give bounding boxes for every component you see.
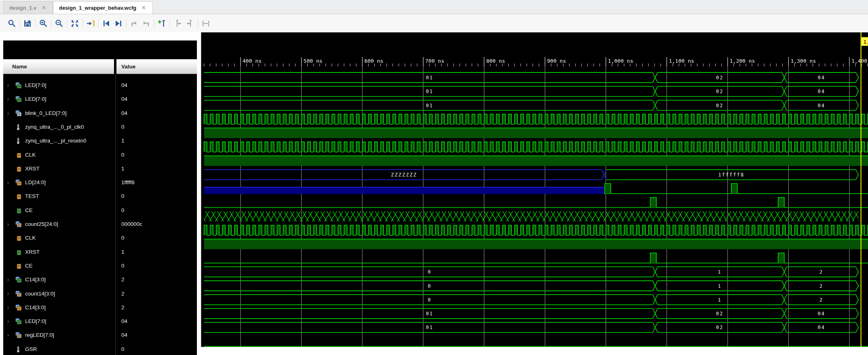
signal-row[interactable]: CE0 (3, 259, 197, 273)
expand-chevron-icon[interactable]: › (7, 319, 9, 324)
next-transition-button[interactable] (112, 17, 125, 30)
expand-chevron-icon[interactable]: › (7, 180, 9, 185)
signal-row[interactable]: XRST1 (3, 162, 197, 176)
expand-chevron-icon[interactable]: › (7, 83, 9, 88)
bus-value-label: 0 (428, 297, 431, 303)
waveform-panel[interactable]: 400 ns500 ns600 ns700 ns800 ns900 ns1,00… (201, 32, 868, 347)
signal-row[interactable]: zynq_ultra_..._pl_resetn01 (3, 134, 197, 148)
value-column-header[interactable]: Value (116, 59, 197, 74)
signal-name[interactable]: regLED[7:0] (25, 332, 113, 338)
expand-chevron-icon[interactable]: › (7, 96, 9, 102)
signal-row[interactable]: ›LD[24:0]1fffff8 (3, 176, 197, 190)
wave-row-xrst[interactable] (204, 239, 868, 249)
expand-chevron-icon[interactable]: › (7, 305, 9, 310)
find-button[interactable] (6, 17, 18, 30)
bus-value-label: 01 (426, 311, 433, 317)
bus-value-label: 2 (819, 269, 823, 275)
signal-list-header: Name Value (3, 59, 197, 75)
signal-type-icon-wrap (15, 110, 22, 118)
expand-chevron-icon[interactable]: › (7, 277, 9, 283)
bus-value-label: 01 (426, 325, 433, 330)
signal-value: 1 (121, 166, 125, 172)
signal-name[interactable]: count14[3:0] (25, 291, 113, 297)
expand-chevron-icon[interactable]: › (7, 111, 9, 116)
zoom-out-button[interactable] (53, 17, 65, 30)
signal-name[interactable]: C14[3:0] (25, 276, 113, 283)
previous-transition-icon (102, 19, 111, 28)
swap-previous-button[interactable] (128, 17, 140, 30)
swap-next-button[interactable] (140, 17, 152, 30)
save-wave-config-button[interactable] (21, 17, 34, 30)
signal-name[interactable]: CE (25, 207, 113, 213)
signal-value: 04 (121, 82, 127, 88)
signal-name[interactable]: LED[7:0] (25, 82, 113, 88)
signal-value: 000000c (121, 221, 142, 227)
expand-chevron-icon[interactable]: › (7, 221, 9, 227)
signal-name[interactable]: C14[3:0] (25, 304, 113, 310)
signal-row[interactable]: ›count14[3:0]2 (3, 287, 197, 301)
previous-marker-icon (173, 19, 182, 28)
next-marker-button[interactable] (184, 17, 196, 30)
signal-row[interactable]: ›regLED[7:0]04 (3, 329, 197, 342)
toolbar-separator (198, 19, 198, 28)
scalar-green-icon (15, 207, 22, 214)
signal-value: 2 (121, 291, 125, 297)
signal-row[interactable]: GSR0 (3, 343, 197, 355)
signal-row[interactable]: CLK0 (3, 232, 197, 245)
signal-name[interactable]: LD[24:0] (25, 179, 113, 185)
signal-name[interactable]: CLK (25, 152, 113, 158)
editor-tabbar: design_1.v ✕ design_1_wrapper_behav.wcfg… (0, 0, 868, 14)
bus-value-label: 2 (819, 283, 823, 289)
fit-between-markers-button[interactable] (200, 17, 212, 30)
scalar-orange-icon (15, 193, 22, 200)
expand-chevron-icon[interactable]: › (7, 332, 9, 338)
close-icon[interactable]: ✕ (140, 4, 147, 11)
signal-name[interactable]: count25[24:0] (25, 221, 113, 227)
name-column-header[interactable]: Name (3, 59, 114, 74)
signal-row[interactable]: TEST0 (3, 190, 197, 204)
signal-name[interactable]: CE (25, 263, 113, 269)
signal-row[interactable]: ›blink_0_LED[7:0]04 (3, 107, 197, 121)
signal-value: 1 (121, 138, 125, 144)
signal-row[interactable]: CLK0 (3, 149, 197, 162)
signal-name[interactable]: LED[7:0] (25, 96, 113, 102)
previous-marker-button[interactable] (172, 17, 184, 30)
zoom-in-button[interactable] (37, 17, 49, 30)
tab-design-1-v[interactable]: design_1.v ✕ (3, 1, 53, 14)
signal-row[interactable]: ›LED[7:0]04 (3, 315, 197, 329)
tab-wave-config[interactable]: design_1_wrapper_behav.wcfg ✕ (53, 1, 153, 14)
close-icon[interactable]: ✕ (40, 4, 47, 11)
signal-row[interactable]: XRST1 (3, 246, 197, 259)
signal-name[interactable]: LED[7:0] (25, 318, 113, 324)
wave-row-xrst[interactable] (204, 156, 868, 166)
signal-row[interactable]: ›C14[3:0]2 (3, 301, 197, 315)
signal-value: 2 (121, 304, 125, 310)
expand-chevron-icon[interactable]: › (7, 291, 9, 297)
zoom-fit-button[interactable] (69, 17, 81, 30)
signal-row[interactable]: ›count25[24:0]000000c (3, 218, 197, 232)
next-marker-icon (186, 19, 194, 28)
signal-name[interactable]: zynq_ultra_..._pl_resetn0 (25, 138, 113, 144)
signal-value: 04 (121, 332, 127, 338)
signal-name[interactable]: zynq_ultra_..._0_pl_clk0 (25, 124, 113, 130)
signal-name[interactable]: CLK (25, 235, 113, 241)
previous-transition-button[interactable] (100, 17, 112, 30)
bus-value-label: 1 (718, 269, 722, 275)
wave-row-zynq-ultra-pl-resetn0[interactable] (204, 128, 868, 138)
go-to-cursor-button[interactable] (84, 17, 97, 30)
signal-row[interactable]: ›C14[3:0]2 (3, 273, 197, 287)
signal-name[interactable]: XRST (25, 249, 113, 255)
waveform-canvas[interactable]: 400 ns500 ns600 ns700 ns800 ns900 ns1,00… (201, 32, 868, 347)
tab-label: design_1_wrapper_behav.wcfg (59, 5, 136, 11)
signal-row[interactable]: zynq_ultra_..._0_pl_clk00 (3, 121, 197, 134)
signal-row[interactable]: ›LED[7:0]04 (3, 93, 197, 106)
add-marker-button[interactable] (156, 17, 168, 30)
signal-row[interactable]: ›LED[7:0]04 (3, 79, 197, 93)
toolbar-separator (170, 19, 170, 28)
signal-name[interactable]: blink_0_LED[7:0] (25, 110, 113, 116)
signal-name[interactable]: XRST (25, 166, 113, 172)
signal-name[interactable]: GSR (25, 346, 113, 352)
wave-row-count25-24-0-[interactable] (204, 211, 859, 221)
signal-name[interactable]: TEST (25, 193, 113, 199)
signal-row[interactable]: CE0 (3, 204, 197, 218)
